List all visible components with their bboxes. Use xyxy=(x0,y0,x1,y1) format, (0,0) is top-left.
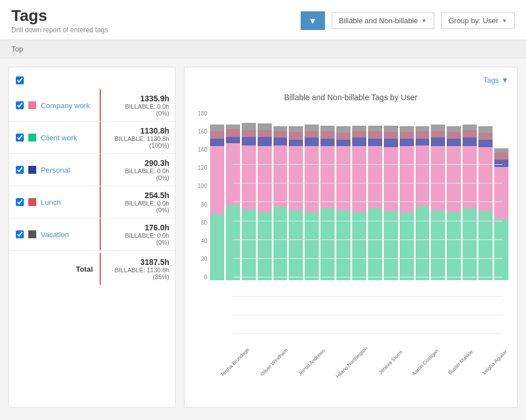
bar-segment-red xyxy=(320,131,335,139)
bar-segment-gray xyxy=(336,126,350,133)
total-label: Total xyxy=(9,253,100,285)
tag-pct: (0%) xyxy=(106,207,169,213)
bar-group xyxy=(305,110,319,280)
group-by-dropdown[interactable]: Group by: User ▼ xyxy=(441,12,515,29)
bar-segment-gray xyxy=(416,126,430,131)
bar-group xyxy=(242,110,256,280)
tag-check-label: Client work xyxy=(9,122,100,153)
bar-segment-blue xyxy=(320,139,335,146)
bar-segment-blue xyxy=(242,137,256,145)
bar-segment-red xyxy=(352,131,366,138)
main-content: Company work1335.9hBILLABLE: 0.0h(0%)Cli… xyxy=(0,58,526,416)
bar-group xyxy=(258,110,272,280)
tags-dropdown[interactable]: Tags ▼ xyxy=(484,76,508,84)
bar-segment-teal xyxy=(494,219,508,280)
bar-segment-pink xyxy=(447,146,461,212)
billable-filter-dropdown[interactable]: Billable and Non-billable ▼ xyxy=(332,12,434,29)
bar-segment-blue xyxy=(336,140,350,147)
bar-segment-blue xyxy=(400,139,414,146)
bar-stack xyxy=(210,125,224,280)
bar-segment-gray xyxy=(368,126,382,131)
chart-title: Billable and Non-billable Tags by User xyxy=(193,93,508,102)
bar-segment-gray xyxy=(242,123,256,130)
bar-stack xyxy=(336,126,350,280)
bar-segment-blue xyxy=(305,138,319,146)
bar-group xyxy=(368,110,382,280)
bar-segment-red xyxy=(478,133,493,140)
tag-name[interactable]: Vacation xyxy=(41,230,69,239)
tag-total: 176.0h xyxy=(106,223,169,232)
tag-billable: BILLABLE: 1130.8h (100%) xyxy=(106,135,169,149)
bar-segment-gray xyxy=(226,125,240,129)
chevron-down-icon: ▼ xyxy=(502,18,507,24)
tag-total: 254.5h xyxy=(106,191,169,200)
tag-checkbox[interactable] xyxy=(16,166,24,174)
bar-group xyxy=(352,110,366,280)
bar-stack xyxy=(416,126,430,280)
bar-segment-pink xyxy=(226,143,240,204)
x-labels: Teisha BrundageOliver WindhamJerrod Andr… xyxy=(213,359,508,399)
bar-stack xyxy=(320,126,335,280)
bar-segment-pink xyxy=(368,146,382,208)
bar-segment-teal xyxy=(305,212,319,280)
tag-row: Personal290.3hBILLABLE: 0.0h(0%) xyxy=(9,154,175,186)
bar-segment-red xyxy=(400,132,414,139)
bar-segment-red xyxy=(289,132,303,139)
tag-checkbox[interactable] xyxy=(16,198,24,206)
y-axis: 020406080100120140160180 xyxy=(193,110,210,280)
bar-segment-teal xyxy=(226,205,240,280)
bar-stack xyxy=(431,125,445,280)
filter-button[interactable]: ▼ xyxy=(301,11,325,30)
tag-checkbox[interactable] xyxy=(16,230,24,238)
breadcrumb-text: Top xyxy=(11,45,23,53)
tag-name[interactable]: Client work xyxy=(41,134,77,142)
y-axis-label: 20 xyxy=(193,256,207,262)
bar-segment-pink xyxy=(258,146,272,212)
grid-line xyxy=(233,296,503,297)
tag-check-label: Personal xyxy=(9,154,100,186)
bar-segment-gray xyxy=(463,125,477,130)
right-panel: Tags ▼ Billable and Non-billable Tags by… xyxy=(184,67,518,408)
bar-segment-red xyxy=(431,131,445,138)
bar-segment-gray xyxy=(289,126,303,132)
tag-name[interactable]: Lunch xyxy=(41,198,61,207)
bar-segment-teal xyxy=(447,212,461,280)
tag-billable: BILLABLE: 0.0h xyxy=(106,168,169,174)
bar-segment-gray xyxy=(478,126,493,133)
master-checkbox[interactable] xyxy=(16,76,24,84)
bar-segment-red xyxy=(210,131,224,139)
tag-checkbox[interactable] xyxy=(16,101,24,109)
left-panel: Company work1335.9hBILLABLE: 0.0h(0%)Cli… xyxy=(8,67,176,408)
bar-segment-blue xyxy=(289,140,303,147)
bar-stack xyxy=(289,126,303,280)
tag-pct: (0%) xyxy=(106,239,169,246)
y-axis-label: 60 xyxy=(193,220,207,226)
bars-container xyxy=(210,110,508,280)
bar-stack xyxy=(463,125,477,280)
tag-name[interactable]: Company work xyxy=(41,101,90,110)
x-axis-label: Francesca David xyxy=(515,346,518,401)
grid-line xyxy=(233,315,503,315)
bar-segment-pink xyxy=(352,146,366,212)
tag-billable: BILLABLE: 0.0h xyxy=(106,103,169,110)
bar-segment-red xyxy=(258,130,272,137)
bar-segment-teal xyxy=(273,207,288,280)
bar-segment-red xyxy=(368,131,382,139)
tag-name[interactable]: Personal xyxy=(41,166,70,174)
tag-color-swatch xyxy=(28,166,36,174)
bar-segment-red xyxy=(416,131,430,139)
bar-group xyxy=(320,110,335,280)
tag-checkbox[interactable] xyxy=(16,134,24,142)
bar-segment-red xyxy=(273,131,288,138)
bar-segment-pink xyxy=(494,167,508,219)
bar-group xyxy=(336,110,350,280)
total-billable: BILLABLE: 1130.8h xyxy=(106,267,169,273)
tag-stats: 1130.8hBILLABLE: 1130.8h (100%) xyxy=(100,122,175,153)
bar-segment-blue xyxy=(258,137,272,147)
bar-segment-teal xyxy=(320,208,335,280)
bar-segment-teal xyxy=(431,211,445,280)
bar-group xyxy=(463,110,477,280)
tag-stats: 176.0hBILLABLE: 0.0h(0%) xyxy=(100,218,175,250)
tag-pct: (0%) xyxy=(106,110,169,117)
y-axis-label: 0 xyxy=(193,274,207,280)
